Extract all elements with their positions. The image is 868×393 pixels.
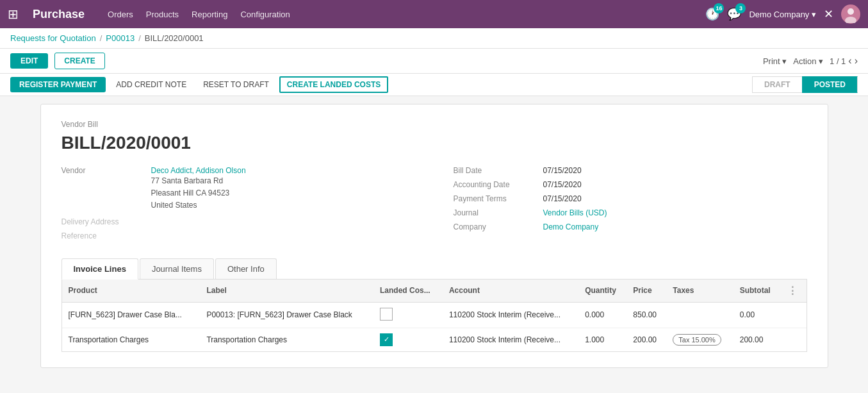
app-title: Purchase xyxy=(33,8,85,21)
accounting-date-val: 07/15/2020 xyxy=(543,180,582,189)
row1-menu xyxy=(781,302,806,328)
company-label: Company xyxy=(454,222,537,231)
action-bar: EDIT CREATE Print ▾ Action ▾ 1 / 1 ‹ › xyxy=(0,49,868,74)
nav-orders[interactable]: Orders xyxy=(108,10,133,19)
svg-point-1 xyxy=(848,8,854,15)
row2-price: 200.00 xyxy=(626,328,666,351)
row2-account: 110200 Stock Interim (Receive... xyxy=(443,328,578,351)
info-left: Vendor Deco Addict, Addison Olson 77 San… xyxy=(61,166,415,246)
row2-product: Transportation Charges xyxy=(62,328,201,351)
accounting-date-row: Accounting Date 07/15/2020 xyxy=(454,180,807,189)
landed-cost-checkbox-1[interactable] xyxy=(380,308,393,321)
col-landed-cos: Landed Cos... xyxy=(373,280,443,303)
vendor-name[interactable]: Deco Addict, Addison Olson xyxy=(151,166,246,175)
delivery-label: Delivery Address xyxy=(61,217,145,226)
payment-terms-label: Payment Terms xyxy=(454,194,537,203)
top-nav: ⊞ Purchase Orders Products Reporting Con… xyxy=(0,0,868,28)
tabs: Invoice Lines Journal Items Other Info xyxy=(61,258,807,280)
col-price: Price xyxy=(626,280,666,303)
vendor-info: Deco Addict, Addison Olson 77 Santa Barb… xyxy=(151,166,246,212)
row2-landed: ✓ xyxy=(373,328,443,351)
prev-page-button[interactable]: ‹ xyxy=(848,55,851,67)
next-page-button[interactable]: › xyxy=(855,55,858,67)
vendor-label: Vendor xyxy=(61,166,145,212)
breadcrumb-current: BILL/2020/0001 xyxy=(145,33,204,43)
row1-price: 850.00 xyxy=(626,302,666,328)
clock-notification[interactable]: 🕐 16 xyxy=(705,7,719,21)
col-product: Product xyxy=(62,280,201,303)
table-menu-icon[interactable]: ⋮ xyxy=(787,285,798,296)
vendor-addr3: United States xyxy=(151,199,246,212)
create-landed-costs-button[interactable]: CREATE LANDED COSTS xyxy=(279,76,388,93)
status-area: DRAFT POSTED xyxy=(752,76,858,93)
col-label: Label xyxy=(200,280,373,303)
landed-cost-checkbox-2[interactable]: ✓ xyxy=(380,333,393,346)
journal-label: Journal xyxy=(454,208,537,217)
row1-taxes xyxy=(666,302,733,328)
invoice-lines-table-wrap: Product Label Landed Cos... Account Quan… xyxy=(61,280,807,352)
col-subtotal: Subtotal xyxy=(733,280,781,303)
info-grid: Vendor Deco Addict, Addison Olson 77 San… xyxy=(61,166,807,246)
status-draft: DRAFT xyxy=(752,76,802,93)
secondary-action-bar: REGISTER PAYMENT ADD CREDIT NOTE RESET T… xyxy=(0,74,868,96)
nav-reporting[interactable]: Reporting xyxy=(192,10,227,19)
bill-date-val: 07/15/2020 xyxy=(543,166,582,175)
nav-right: 🕐 16 💬 3 Demo Company ▾ ✕ xyxy=(705,4,860,24)
accounting-date-label: Accounting Date xyxy=(454,180,537,189)
row2-label: Transportation Charges xyxy=(200,328,373,351)
message-notification[interactable]: 💬 3 xyxy=(727,7,741,21)
col-quantity: Quantity xyxy=(578,280,626,303)
create-button[interactable]: CREATE xyxy=(54,53,104,69)
row1-subtotal: 0.00 xyxy=(733,302,781,328)
journal-val[interactable]: Vendor Bills (USD) xyxy=(543,208,607,217)
vendor-addr1: 77 Santa Barbara Rd xyxy=(151,175,246,187)
main-content: Vendor Bill BILL/2020/0001 Vendor Deco A… xyxy=(0,96,868,376)
sep2: / xyxy=(138,33,141,43)
action-button[interactable]: Action ▾ xyxy=(793,56,823,66)
status-posted: POSTED xyxy=(802,76,858,93)
app-grid-icon[interactable]: ⊞ xyxy=(8,6,19,22)
row1-label: P00013: [FURN_5623] Drawer Case Black xyxy=(200,302,373,328)
invoice-lines-table: Product Label Landed Cos... Account Quan… xyxy=(62,280,807,351)
message-count: 3 xyxy=(735,3,746,13)
add-credit-note-button[interactable]: ADD CREDIT NOTE xyxy=(110,77,193,92)
pagination: 1 / 1 ‹ › xyxy=(830,55,858,67)
nav-links: Orders Products Reporting Configuration xyxy=(108,10,694,19)
reset-to-draft-button[interactable]: RESET TO DRAFT xyxy=(197,77,275,92)
nav-products[interactable]: Products xyxy=(146,10,179,19)
tax-badge: Tax 15.00% xyxy=(673,334,721,346)
breadcrumb-rfq[interactable]: Requests for Quotation xyxy=(10,33,96,43)
notification-count: 16 xyxy=(714,3,724,13)
row1-landed xyxy=(373,302,443,328)
row1-product: [FURN_5623] Drawer Case Bla... xyxy=(62,302,201,328)
col-taxes: Taxes xyxy=(666,280,733,303)
col-account: Account xyxy=(443,280,578,303)
row1-quantity: 0.000 xyxy=(578,302,626,328)
register-payment-button[interactable]: REGISTER PAYMENT xyxy=(10,77,106,92)
breadcrumb-po[interactable]: P00013 xyxy=(106,33,135,43)
tab-journal-items[interactable]: Journal Items xyxy=(140,258,214,279)
doc-label: Vendor Bill xyxy=(61,120,807,129)
breadcrumb: Requests for Quotation / P00013 / BILL/2… xyxy=(0,28,868,49)
company-val[interactable]: Demo Company xyxy=(543,222,599,231)
company-row: Company Demo Company xyxy=(454,222,807,231)
close-icon[interactable]: ✕ xyxy=(824,7,833,21)
nav-configuration[interactable]: Configuration xyxy=(240,10,290,19)
vendor-addr2: Pleasant Hill CA 94523 xyxy=(151,187,246,199)
print-button[interactable]: Print ▾ xyxy=(763,56,787,66)
tab-invoice-lines[interactable]: Invoice Lines xyxy=(61,258,138,280)
sep1: / xyxy=(100,33,102,43)
row1-account: 110200 Stock Interim (Receive... xyxy=(443,302,578,328)
edit-button[interactable]: EDIT xyxy=(10,53,48,69)
row2-subtotal: 200.00 xyxy=(733,328,781,351)
document-card: Vendor Bill BILL/2020/0001 Vendor Deco A… xyxy=(40,104,828,368)
journal-row: Journal Vendor Bills (USD) xyxy=(454,208,807,217)
user-avatar[interactable] xyxy=(841,4,860,24)
tab-other-info[interactable]: Other Info xyxy=(215,258,277,279)
company-selector[interactable]: Demo Company ▾ xyxy=(749,10,816,19)
row2-taxes: Tax 15.00% xyxy=(666,328,733,351)
row2-quantity: 1.000 xyxy=(578,328,626,351)
bill-date-row: Bill Date 07/15/2020 xyxy=(454,166,807,175)
delivery-address-row: Delivery Address xyxy=(61,217,415,226)
doc-title: BILL/2020/0001 xyxy=(61,133,807,153)
